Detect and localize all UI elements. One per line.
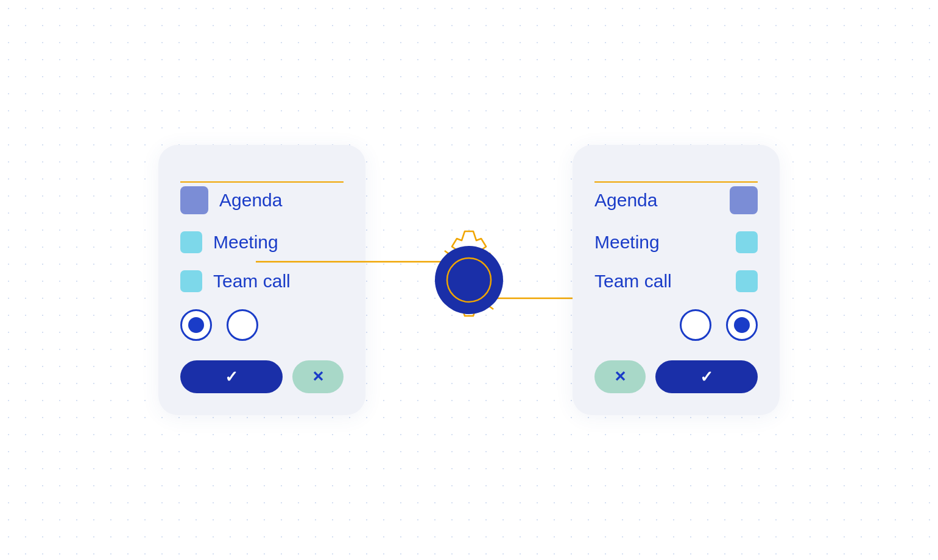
left-cancel-button[interactable]: ✕ — [292, 360, 344, 393]
right-btn-row: ✕ ✓ — [594, 360, 758, 393]
left-agenda-icon — [180, 186, 208, 214]
right-radio-2-inner — [734, 317, 750, 333]
right-confirm-icon: ✓ — [700, 368, 713, 387]
left-radio-1-inner — [188, 317, 204, 333]
left-card: Agenda Meeting Team call ✓ — [158, 145, 365, 415]
right-meeting-icon — [736, 231, 758, 253]
right-teamcall-icon — [736, 270, 758, 292]
left-teamcall-icon — [180, 270, 202, 292]
right-agenda-row: Agenda — [594, 186, 758, 214]
left-teamcall-row: Team call — [180, 270, 344, 292]
gear-svg — [414, 225, 524, 335]
left-teamcall-label: Team call — [213, 271, 291, 292]
left-agenda-label: Agenda — [219, 190, 282, 211]
center-area — [365, 225, 573, 335]
right-radio-1[interactable] — [680, 309, 711, 341]
left-card-orange-line — [180, 181, 344, 183]
right-radio-2[interactable] — [726, 309, 758, 341]
left-cancel-icon: ✕ — [312, 368, 324, 385]
right-card-content: Agenda Meeting Team call ✕ — [594, 186, 758, 393]
left-btn-row: ✓ ✕ — [180, 360, 344, 393]
right-confirm-button[interactable]: ✓ — [655, 360, 758, 393]
right-radio-row — [594, 309, 758, 341]
right-card-orange-line — [594, 181, 758, 183]
left-radio-1[interactable] — [180, 309, 212, 341]
left-card-content: Agenda Meeting Team call ✓ — [180, 186, 344, 393]
left-meeting-icon — [180, 231, 202, 253]
right-cancel-icon: ✕ — [614, 368, 626, 385]
left-confirm-icon: ✓ — [225, 368, 238, 387]
left-radio-row — [180, 309, 344, 341]
left-agenda-row: Agenda — [180, 186, 344, 214]
left-meeting-row: Meeting — [180, 231, 344, 253]
left-radio-2[interactable] — [227, 309, 258, 341]
right-agenda-label: Agenda — [594, 190, 657, 211]
left-confirm-button[interactable]: ✓ — [180, 360, 283, 393]
right-teamcall-row: Team call — [594, 270, 758, 292]
svg-point-2 — [435, 246, 503, 314]
right-card: Agenda Meeting Team call ✕ — [573, 145, 780, 415]
right-agenda-icon — [730, 186, 758, 214]
left-meeting-label: Meeting — [213, 232, 278, 253]
gear-wrapper — [414, 225, 524, 335]
right-meeting-row: Meeting — [594, 231, 758, 253]
right-cancel-button[interactable]: ✕ — [594, 360, 646, 393]
right-meeting-label: Meeting — [594, 232, 660, 253]
scene: Agenda Meeting Team call ✓ — [0, 0, 938, 560]
right-teamcall-label: Team call — [594, 271, 672, 292]
